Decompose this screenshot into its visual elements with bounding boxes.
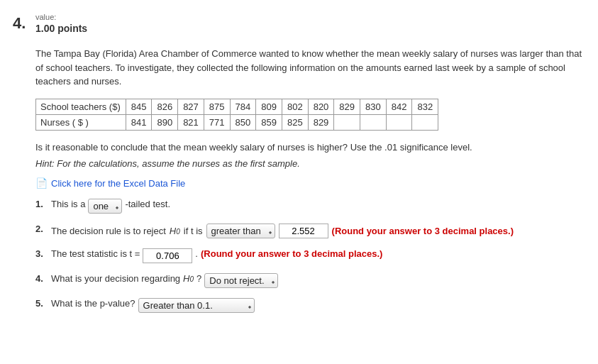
table-cell: [334, 114, 360, 130]
part-1: 1. This is a onetwo -tailed test.: [35, 199, 584, 214]
table-cell: 875: [204, 99, 230, 114]
part1-select-wrapper: onetwo: [88, 199, 122, 214]
hint-text: Hint: For the calculations, assume the n…: [35, 158, 584, 169]
table-cell: 832: [412, 99, 438, 114]
table-cell: 842: [386, 99, 412, 114]
table-cell: [412, 114, 438, 130]
table-cell: 827: [178, 99, 204, 114]
part2-content: The decision rule is to reject H0 if t i…: [51, 224, 514, 238]
part5-pvalue-select[interactable]: Greater than 0.1.Less than 0.01.Between …: [138, 298, 255, 313]
part4-text-before: What is your decision regarding: [51, 273, 180, 284]
part2-row: The decision rule is to reject H0 if t i…: [51, 224, 514, 238]
document-icon: 📄: [35, 177, 48, 189]
part2-select-wrapper: greater thanless thannot equal to: [206, 224, 275, 238]
part4-h0-base: H: [183, 273, 189, 284]
table-row-label: School teachers ($): [36, 99, 126, 114]
table-cell: 809: [256, 99, 282, 114]
question-line1: Is it reasonable to conclude that the me…: [35, 140, 584, 155]
table-cell: 890: [152, 114, 178, 130]
table-row-label: Nurses ( $ ): [36, 114, 126, 130]
part1-text-after: -tailed test.: [125, 199, 170, 209]
table-cell: [360, 114, 387, 130]
points-value: 1.00 points: [35, 23, 584, 34]
part2-h0: H0: [170, 226, 180, 236]
value-label: value:: [35, 13, 584, 21]
part-3: 3. The test statistic is t = . (Round yo…: [35, 248, 584, 263]
part2-text-before: The decision rule is to reject: [51, 226, 166, 236]
part2-text-mid: if t is: [184, 226, 203, 236]
part4-number: 4.: [35, 273, 48, 284]
part4-decision-select[interactable]: Do not reject.Reject.: [204, 273, 278, 288]
part5-number: 5.: [35, 298, 48, 309]
part4-select-wrapper: Do not reject.Reject.: [204, 273, 278, 288]
table-cell: 821: [178, 114, 204, 130]
part1-text-before: This is a: [51, 199, 85, 209]
table-cell: 841: [126, 114, 152, 130]
part4-h0-sub: 0: [189, 275, 194, 283]
table-cell: 771: [204, 114, 230, 130]
part2-number: 2.: [35, 224, 48, 234]
part1-number: 1.: [35, 199, 48, 209]
table-cell: 829: [334, 99, 360, 114]
part2-condition-select[interactable]: greater thanless thannot equal to: [206, 224, 275, 238]
problem-text: The Tampa Bay (Florida) Area Chamber of …: [35, 47, 584, 89]
part4-h0: H0: [183, 273, 194, 284]
question-number: 4.: [0, 13, 35, 323]
table-cell: 826: [152, 99, 178, 114]
table-cell: 830: [360, 99, 387, 114]
table-cell: 784: [230, 99, 256, 114]
table-cell: 859: [256, 114, 282, 130]
table-cell: 850: [230, 114, 256, 130]
part1-tailed-select[interactable]: onetwo: [88, 199, 122, 214]
part-4: 4. What is your decision regarding H0 ? …: [35, 273, 584, 288]
part2-h0-base: H: [170, 226, 176, 236]
table-cell: 829: [308, 114, 334, 130]
part2-h0-sub: 0: [176, 228, 180, 236]
table-cell: 820: [308, 99, 334, 114]
part5-text-before: What is the p-value?: [51, 298, 135, 309]
part3-round-note: (Round your answer to 3 decimal places.): [201, 248, 382, 259]
table-cell: 845: [126, 99, 152, 114]
part3-value-input[interactable]: [143, 248, 192, 263]
part-5: 5. What is the p-value? Greater than 0.1…: [35, 298, 584, 313]
table-cell: [386, 114, 412, 130]
data-table: School teachers ($)845826827875784809802…: [35, 99, 438, 131]
part5-select-wrapper: Greater than 0.1.Less than 0.01.Between …: [138, 298, 255, 313]
part-2: 2. The decision rule is to reject H0 if …: [35, 224, 584, 238]
part4-text-after: ?: [196, 273, 201, 284]
table-cell: 825: [282, 114, 308, 130]
excel-link[interactable]: 📄 Click here for the Excel Data File: [35, 177, 584, 189]
part3-number: 3.: [35, 248, 48, 259]
part2-value-input[interactable]: [279, 224, 328, 238]
table-cell: 802: [282, 99, 308, 114]
part2-round-note: (Round your answer to 3 decimal places.): [332, 226, 514, 236]
excel-link-text: Click here for the Excel Data File: [51, 178, 185, 189]
part3-text-before: The test statistic is t =: [51, 248, 140, 259]
part3-period: .: [195, 248, 198, 259]
